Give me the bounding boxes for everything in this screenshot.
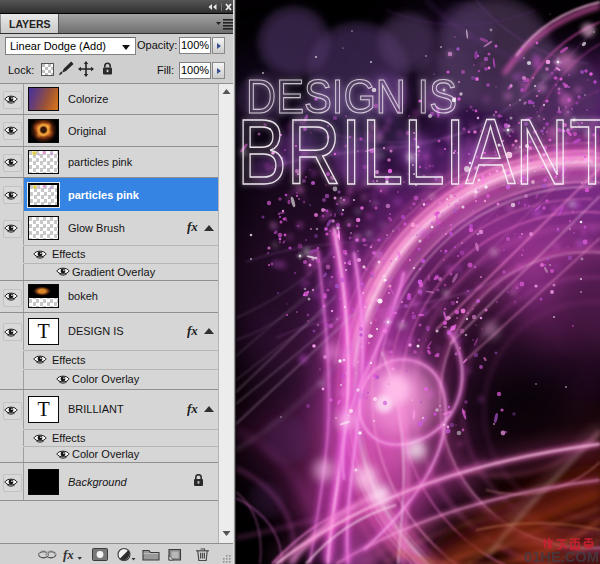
svg-text:fx: fx [63, 547, 74, 562]
svg-text:01HE.COM: 01HE.COM [524, 548, 599, 564]
svg-text:BRILLIANT: BRILLIANT [237, 101, 600, 203]
